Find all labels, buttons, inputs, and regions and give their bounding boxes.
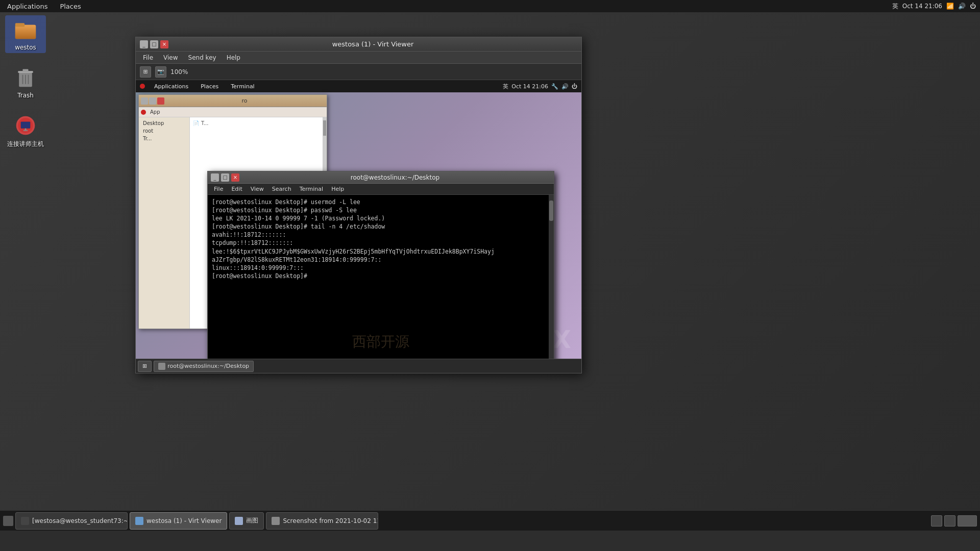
terminal-menubar: File Edit View Search Terminal Help bbox=[208, 184, 554, 195]
taskbar-item-terminal[interactable]: [westosa@westos_student73:~/Des... bbox=[15, 512, 128, 530]
desktop-icon-westos[interactable]: westos bbox=[5, 15, 46, 53]
inner-close-btn[interactable] bbox=[157, 97, 164, 105]
menubar-right: 英 Oct 14 21:06 📶 🔊 ⏻ bbox=[892, 2, 976, 11]
terminal-content[interactable]: [root@westoslinux Desktop]# usermod -L l… bbox=[208, 195, 554, 359]
desktop-icon-trash[interactable]: Trash bbox=[5, 63, 46, 101]
westos-label: westos bbox=[15, 44, 36, 51]
virt-viewer-window: _ □ × westosa (1) - Virt Viewer File Vie… bbox=[135, 37, 582, 373]
virt-viewer-content: Applications Places Terminal 英 Oct 14 21… bbox=[136, 80, 581, 359]
virt-viewer-minimize-btn[interactable]: _ bbox=[140, 40, 148, 48]
file-icon: 📄 bbox=[193, 120, 199, 126]
system-taskbar: [westosa@westos_student73:~/Des... westo… bbox=[0, 510, 980, 531]
virt-viewer-taskbar: ⊞ root@westoslinux:~/Desktop bbox=[136, 359, 581, 373]
trash-label: Trash bbox=[17, 92, 34, 99]
terminal-window-controls: _ □ × bbox=[211, 173, 239, 182]
vm-menu-places[interactable]: Places bbox=[198, 83, 222, 90]
taskbar-terminal-icon bbox=[21, 517, 29, 525]
term-menu-terminal[interactable]: Terminal bbox=[297, 185, 327, 193]
trash-icon bbox=[13, 65, 38, 90]
term-watermark: 西部开源 bbox=[352, 332, 409, 352]
inner-file-manager-title: ro bbox=[164, 97, 325, 104]
inner-maximize-btn[interactable] bbox=[149, 97, 156, 105]
taskbar-item-virt-viewer[interactable]: westosa (1) - Virt Viewer bbox=[130, 512, 227, 530]
virt-viewer-title: westosa (1) - Virt Viewer bbox=[168, 40, 577, 48]
term-line-6: lee:!$6$tpxrVtLKC9JPJybM$GWsxUwVzjyH26rS… bbox=[212, 247, 550, 256]
system-taskbar-right bbox=[931, 515, 977, 527]
power-icon[interactable]: ⏻ bbox=[970, 3, 976, 10]
svg-rect-12 bbox=[21, 122, 30, 129]
virt-viewer-close-btn[interactable]: × bbox=[160, 40, 168, 48]
taskbar-next-btn[interactable] bbox=[944, 515, 955, 527]
term-line-7: aJZrTgbp/V82lS8kuxRETMt12eon31:18914:0:9… bbox=[212, 256, 550, 264]
vm-power-icon[interactable]: ⏻ bbox=[572, 83, 577, 90]
term-line-3: [root@westoslinux Desktop]# tail -n 4 /e… bbox=[212, 222, 550, 231]
virt-menu-file[interactable]: File bbox=[139, 53, 157, 62]
taskbar-prev-btn[interactable] bbox=[931, 515, 942, 527]
terminal-minimize-btn[interactable]: _ bbox=[211, 173, 219, 182]
expand-icon: ⊞ bbox=[142, 363, 147, 369]
zoom-level: 100% bbox=[170, 68, 188, 76]
terminal-titlebar: _ □ × root@westoslinux:~/Desktop bbox=[208, 171, 554, 184]
inner-menubar: App bbox=[139, 107, 327, 117]
taskbar-virt-icon bbox=[135, 517, 143, 525]
virt-taskbar-terminal[interactable]: root@westoslinux:~/Desktop bbox=[154, 361, 254, 372]
term-menu-file[interactable]: File bbox=[211, 185, 226, 193]
term-menu-search[interactable]: Search bbox=[269, 185, 295, 193]
desktop-icons-container: westos Trash bbox=[5, 15, 46, 151]
virt-menu-help[interactable]: Help bbox=[223, 53, 244, 62]
connect-label: 连接讲师主机 bbox=[7, 140, 44, 148]
screenshot-btn[interactable]: 📷 bbox=[155, 66, 166, 78]
desktop-icon-connect[interactable]: 连接讲师主机 bbox=[5, 111, 46, 151]
top-menubar: Applications Places 英 Oct 14 21:06 📶 🔊 ⏻ bbox=[0, 0, 980, 12]
inner-titlebar: ro bbox=[139, 95, 327, 107]
virt-viewer-menubar: File View Send key Help bbox=[136, 52, 581, 64]
virt-taskbar-expand-btn[interactable]: ⊞ bbox=[138, 361, 152, 372]
term-line-0: [root@westoslinux Desktop]# usermod -L l… bbox=[212, 198, 550, 206]
inner-menu-app[interactable]: App bbox=[148, 109, 162, 115]
virt-viewer-toolbar: ⊞ 📷 100% bbox=[136, 64, 581, 80]
taskbar-item-paint[interactable]: 画图 bbox=[229, 512, 264, 530]
connect-icon bbox=[13, 113, 38, 138]
term-line-4: avahi:!!:18712::::::: bbox=[212, 231, 550, 239]
svg-rect-14 bbox=[23, 130, 28, 131]
sidebar-root[interactable]: root bbox=[141, 127, 187, 135]
taskbar-terminal-label: root@westoslinux:~/Desktop bbox=[167, 363, 249, 369]
term-line-8: linux:::18914:0:99999:7::: bbox=[212, 264, 550, 272]
taskbar-screenshot-text: Screenshot from 2021-10-02 11-2... bbox=[283, 517, 378, 524]
term-menu-view[interactable]: View bbox=[248, 185, 267, 193]
taskbar-paint-text: 画图 bbox=[246, 516, 258, 525]
terminal-maximize-btn[interactable]: □ bbox=[221, 173, 229, 182]
apps-dot-icon bbox=[140, 84, 145, 89]
vm-datetime: Oct 14 21:06 bbox=[511, 83, 548, 90]
term-menu-edit[interactable]: Edit bbox=[228, 185, 245, 193]
terminal-scrollbar-thumb bbox=[549, 201, 553, 221]
virt-viewer-maximize-btn[interactable]: □ bbox=[150, 40, 158, 48]
sidebar-desktop[interactable]: Desktop bbox=[141, 119, 187, 127]
menu-applications[interactable]: Applications bbox=[4, 2, 51, 11]
vm-topbar-right: 英 Oct 14 21:06 🔧 🔊 ⏻ bbox=[503, 83, 577, 90]
svg-rect-2 bbox=[15, 23, 24, 27]
sidebar-trash[interactable]: Tr... bbox=[141, 135, 187, 142]
taskbar-virt-text: westosa (1) - Virt Viewer bbox=[146, 517, 222, 524]
term-line-1: [root@westoslinux Desktop]# passwd -S le… bbox=[212, 206, 550, 214]
file-item[interactable]: 📄 T... bbox=[193, 120, 324, 126]
taskbar-extra-btn[interactable] bbox=[958, 515, 977, 527]
vm-display[interactable]: Applications Places Terminal 英 Oct 14 21… bbox=[136, 80, 581, 359]
term-menu-help[interactable]: Help bbox=[328, 185, 347, 193]
terminal-close-btn[interactable]: × bbox=[231, 173, 239, 182]
svg-point-13 bbox=[24, 129, 27, 131]
datetime-display: Oct 14 21:06 bbox=[902, 3, 942, 10]
term-line-9: [root@westoslinux Desktop]# bbox=[212, 272, 550, 280]
virt-menu-sendkey[interactable]: Send key bbox=[184, 53, 220, 62]
svg-rect-1 bbox=[15, 25, 36, 39]
virt-menu-view[interactable]: View bbox=[159, 53, 182, 62]
term-line-5: tcpdump:!!:18712::::::: bbox=[212, 239, 550, 247]
menu-places[interactable]: Places bbox=[57, 2, 84, 11]
taskbar-app-menu-btn[interactable] bbox=[3, 516, 13, 526]
vm-menu-terminal[interactable]: Terminal bbox=[228, 83, 258, 90]
inner-minimize-btn[interactable] bbox=[141, 97, 148, 105]
terminal-scrollbar[interactable] bbox=[549, 195, 554, 359]
fullscreen-btn[interactable]: ⊞ bbox=[140, 66, 151, 78]
vm-menu-applications[interactable]: Applications bbox=[151, 83, 191, 90]
taskbar-item-screenshot[interactable]: Screenshot from 2021-10-02 11-2... bbox=[266, 512, 378, 530]
